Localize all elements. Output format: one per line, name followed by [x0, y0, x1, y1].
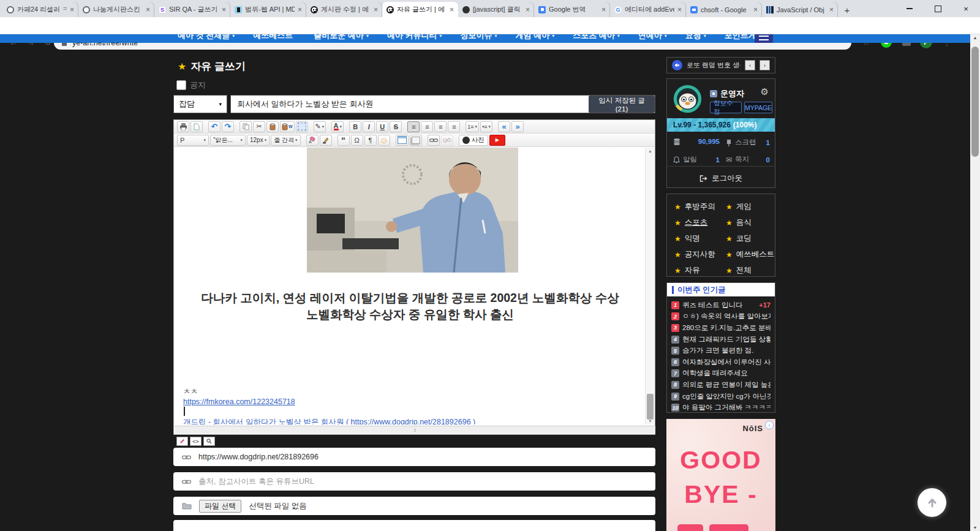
- points-stat[interactable]: 90,995: [673, 138, 720, 145]
- font-family-select[interactable]: "맑은...▾: [210, 135, 246, 146]
- new-document-button[interactable]: [190, 121, 203, 132]
- paragraph-mark-button[interactable]: ¶: [364, 135, 377, 146]
- tab-close-icon[interactable]: ×: [450, 6, 454, 14]
- bold-button[interactable]: B: [349, 121, 361, 132]
- spellcheck-button[interactable]: ✎▾: [314, 121, 326, 132]
- remove-format-button[interactable]: A: [306, 135, 318, 146]
- tab-close-icon[interactable]: ×: [526, 6, 530, 14]
- special-char-button[interactable]: Ω: [351, 135, 363, 146]
- mypage-button[interactable]: MYPAGE: [744, 102, 772, 113]
- tab-board-edit[interactable]: 게시판 수정 | 예×: [306, 2, 382, 17]
- redo-button[interactable]: ↷: [222, 121, 234, 132]
- line-spacing-select[interactable]: 줄 간격▾: [271, 135, 300, 146]
- insert-youtube-button[interactable]: ▶: [489, 135, 505, 146]
- font-size-select[interactable]: 12px▾: [247, 135, 270, 146]
- tab-close-icon[interactable]: ×: [374, 6, 378, 14]
- memo-stat[interactable]: ✉ 쪽지 0: [726, 155, 770, 164]
- tab-web-api[interactable]: 범위-웹 API | MD×: [230, 2, 306, 17]
- banner-next-button[interactable]: ›: [760, 60, 770, 70]
- popular-item[interactable]: 6여자화장실에서 이루어진 사실적...: [671, 356, 771, 368]
- insert-link-button[interactable]: [428, 135, 440, 146]
- nav-item-fun[interactable]: 즐비로운 예아▾: [314, 34, 369, 41]
- window-minimize-button[interactable]: [895, 0, 924, 17]
- outdent-button[interactable]: «: [498, 121, 510, 132]
- scroll-up-icon[interactable]: ▲: [646, 149, 655, 153]
- nav-item-community[interactable]: 예아 커뮤니티▾: [387, 34, 442, 41]
- popular-item[interactable]: 7여학생을 때려주세요: [671, 368, 771, 380]
- insert-table-button[interactable]: [396, 135, 409, 146]
- board-link-best[interactable]: ★예쓰베스트: [726, 249, 774, 260]
- file-select-button[interactable]: 파일 선택: [199, 500, 241, 513]
- editor-scrollbar-thumb[interactable]: [647, 394, 654, 420]
- board-link-all[interactable]: ★전체: [726, 265, 752, 276]
- popular-item[interactable]: 4현재 그래픽카드 기업들 상황. jpg: [671, 334, 771, 345]
- bullet-list-button[interactable]: •≡▾: [480, 121, 492, 132]
- scroll-down-icon[interactable]: ▼: [970, 525, 980, 530]
- source-url-field[interactable]: https://www.dogdrip.net/281892696: [173, 448, 655, 466]
- nav-item-best[interactable]: 예쓰베스트: [253, 34, 295, 41]
- hamburger-menu-button[interactable]: [755, 34, 773, 43]
- new-tab-button[interactable]: +: [840, 3, 854, 17]
- align-center-button[interactable]: ≡: [421, 121, 433, 132]
- align-justify-button[interactable]: ≡: [448, 121, 460, 132]
- select-all-button[interactable]: [296, 121, 308, 132]
- tab-board-skin[interactable]: 나눔게시판스킨×: [78, 2, 154, 17]
- popular-item[interactable]: 8의외로 평균 연봉이 제일 높은 학과: [671, 379, 771, 391]
- emoticon-button[interactable]: ☺: [378, 135, 390, 146]
- cut-button[interactable]: ✂: [253, 121, 265, 132]
- tab-close-icon[interactable]: ×: [829, 6, 834, 14]
- nav-item-entertain[interactable]: 연예아▾: [638, 34, 667, 41]
- tab-close-icon[interactable]: ×: [70, 6, 74, 14]
- dogdrip-link[interactable]: 개드립 - 회사에서 일하다가 노벨상 받은 회사원 ( https://www…: [183, 417, 475, 424]
- layer-memo-button[interactable]: [410, 135, 422, 146]
- nav-item-game[interactable]: 게임 예아▾: [516, 34, 555, 41]
- popular-item[interactable]: 2ㅇㅎ) 속옷의 역사를 알아보자: [671, 311, 771, 323]
- tab-close-icon[interactable]: ×: [222, 6, 226, 14]
- board-link-notice[interactable]: ★공지사항: [674, 249, 715, 260]
- align-left-button[interactable]: ≡: [407, 121, 420, 132]
- board-link-game[interactable]: ★게임: [726, 201, 752, 212]
- underline-button[interactable]: U: [376, 121, 388, 132]
- blockquote-button[interactable]: “: [337, 135, 350, 146]
- scroll-up-icon[interactable]: ▲: [970, 36, 980, 40]
- board-link-free[interactable]: ★자유: [674, 265, 700, 276]
- browser-scrollbar-thumb[interactable]: [971, 47, 979, 157]
- tab-sir-qa[interactable]: SSIR QA - 글쓰기×: [154, 2, 230, 17]
- window-maximize-button[interactable]: [924, 0, 952, 17]
- lotto-banner[interactable]: 로또 랜덤 번호 생성기 ... ‹ ›: [666, 57, 775, 73]
- font-color-button[interactable]: A▾: [331, 121, 344, 132]
- undo-button[interactable]: ↶: [208, 121, 221, 132]
- print-button[interactable]: [177, 121, 189, 132]
- board-link-food[interactable]: ★음식: [726, 217, 752, 228]
- paste-button[interactable]: [266, 121, 279, 132]
- banner-prev-button[interactable]: ‹: [745, 60, 755, 70]
- insert-photo-button[interactable]: 사진: [459, 135, 488, 146]
- html-mode-button[interactable]: <>: [190, 437, 202, 446]
- notice-checkbox[interactable]: [176, 80, 186, 90]
- tab-close-icon[interactable]: ×: [753, 6, 758, 14]
- gear-icon[interactable]: ⚙: [761, 86, 769, 97]
- category-select[interactable]: 잡담▾: [173, 95, 227, 113]
- format-painter-button[interactable]: [320, 135, 332, 146]
- ad-info-icon[interactable]: i: [765, 421, 774, 429]
- popular-item[interactable]: 1퀴즈 테스트 입니다+17: [671, 299, 771, 311]
- popular-item[interactable]: 10야 용팔아 그거해봐 ㅋㅋㅋㅋㅋ: [671, 402, 771, 413]
- tab-close-icon[interactable]: ×: [677, 6, 682, 14]
- alarm-stat[interactable]: 알림 1: [673, 155, 720, 164]
- tab-close-icon[interactable]: ×: [146, 6, 150, 14]
- popular-item[interactable]: 5슴가가 크면 불편한 점.: [671, 345, 771, 356]
- ordered-list-button[interactable]: 1≡▾: [466, 121, 479, 132]
- nav-item-all[interactable]: 예아 것 전체글▾: [178, 34, 235, 41]
- align-right-button[interactable]: ≡: [434, 121, 447, 132]
- avatar[interactable]: [673, 85, 702, 113]
- tab-editor-addevent[interactable]: G에디터에 addEve×: [610, 2, 686, 17]
- nav-item-info[interactable]: 정보이슈▾: [461, 34, 497, 41]
- paste-word-button[interactable]: W: [280, 121, 295, 132]
- wysiwyg-mode-button[interactable]: [176, 437, 188, 446]
- preview-mode-button[interactable]: [203, 437, 215, 446]
- advertisement[interactable]: NōIS i GOOD BYE -: [666, 419, 775, 531]
- board-link-nsfw[interactable]: ★후방주의: [674, 201, 715, 212]
- copy-button[interactable]: [239, 121, 252, 132]
- tab-close-icon[interactable]: ×: [601, 6, 606, 14]
- paragraph-format-select[interactable]: P▾: [177, 135, 209, 146]
